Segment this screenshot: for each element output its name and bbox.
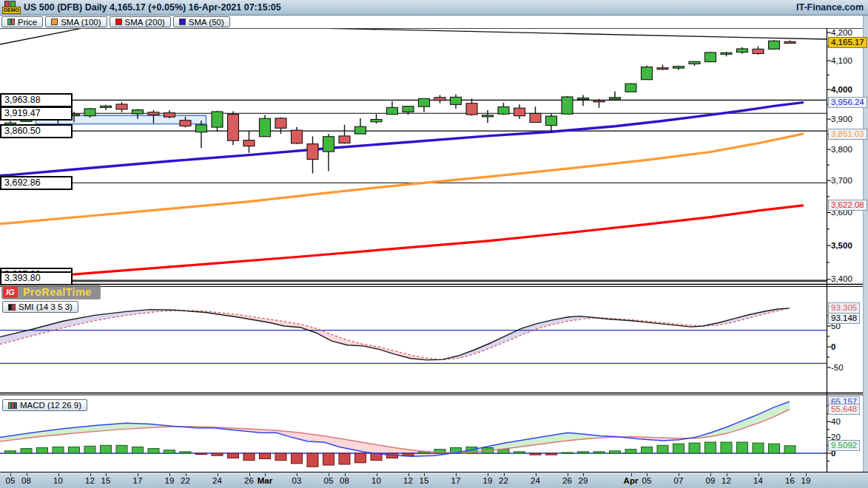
macd-hist-bar-up — [769, 444, 780, 453]
macd-hist-bar-down — [339, 453, 350, 464]
macd-hist-bar-down — [228, 453, 239, 458]
macd-hist-bar-up — [689, 443, 700, 453]
legend-label: SMA (100) — [61, 18, 101, 27]
candle-down — [593, 101, 605, 102]
candle-down — [275, 118, 286, 128]
candle-up — [673, 67, 684, 68]
candle-down — [292, 130, 303, 143]
candle-down — [339, 136, 350, 143]
macd-hist-bar-up — [705, 442, 716, 453]
macd-hist-bar-up — [610, 451, 621, 453]
macd-hist-bar-down — [546, 453, 557, 455]
price-level-label: 3,692.86 — [0, 176, 73, 190]
candle-up — [212, 112, 223, 127]
candlestick-series[interactable] — [5, 40, 796, 173]
macd-axis-tick-label: 40 — [831, 417, 841, 427]
price-pane — [0, 22, 827, 282]
macd-button-label: MACD (12 26 9) — [20, 401, 81, 410]
candle-up — [355, 126, 366, 134]
candle-up — [84, 109, 95, 116]
price-axis-tick-label: 3,700 — [831, 176, 852, 186]
candle-up — [498, 107, 509, 115]
macd-hist-bar-down — [212, 453, 223, 455]
macd-hist-bar-up — [784, 446, 795, 453]
header-bar: DEMO US 500 (DFB) Daily 4,165.17 (+0.05%… — [0, 0, 868, 16]
demo-account-badge: DEMO — [2, 1, 20, 15]
candle-up — [403, 106, 414, 112]
overlay-SMA (100) — [0, 134, 803, 224]
candle-up — [546, 116, 557, 126]
candle-up — [260, 118, 271, 136]
macd-hist-bar-up — [164, 450, 175, 453]
legend-item-sma200[interactable]: SMA (200) — [110, 16, 171, 27]
price-level-label: 3,860.50 — [0, 124, 73, 138]
macd-hist-bar-up — [721, 442, 732, 453]
price-axis-tick-label: 3,500 — [831, 241, 852, 251]
candle-up — [371, 119, 382, 121]
candle-up — [721, 52, 732, 54]
macd-hist-bar-up — [737, 442, 748, 453]
chart-canvas[interactable] — [0, 0, 868, 488]
candle-down — [434, 98, 445, 101]
macd-hist-bar-up — [84, 446, 95, 453]
candle-down — [466, 104, 477, 115]
legend-item-sma100[interactable]: SMA (100) — [45, 16, 107, 27]
candle-up — [642, 67, 653, 80]
candle-down — [657, 68, 668, 70]
macd-hist-bar-down — [403, 453, 414, 455]
macd-hist-bar-up — [69, 447, 80, 453]
candle-down — [243, 140, 255, 146]
smi-axis-tick-label: -50 — [831, 363, 844, 373]
macd-hist-bar-up — [642, 447, 653, 453]
price-axis-tick-label: 4,200 — [831, 28, 852, 38]
macd-hist-bar-up — [101, 445, 112, 453]
macd-hist-bar-up — [514, 452, 525, 453]
candle-up — [610, 98, 621, 99]
macd-indicator-button[interactable]: MACD (12 26 9) — [2, 399, 87, 411]
price-axis-tick-label: 3,400 — [831, 274, 852, 284]
macd-hist-bar-up — [21, 449, 32, 453]
candle-up — [625, 84, 636, 92]
macd-hist-bar-up — [593, 452, 605, 453]
price-axis-tick-label: 3,900 — [831, 115, 852, 124]
smi-axis-tick-label: 0 — [831, 342, 835, 352]
macd-hist-bar-down — [307, 453, 318, 467]
macd-hist-bar-up — [657, 445, 668, 453]
smi-indicator-button[interactable]: SMI (14 3 5 3) — [2, 301, 78, 313]
macd-swatch-icon — [8, 402, 17, 409]
macd-hist-bar-up — [753, 443, 764, 453]
legend-label: SMA (200) — [125, 18, 165, 27]
legend-item-sma50[interactable]: SMA (50) — [173, 16, 230, 27]
candle-up — [101, 106, 112, 107]
brand-link[interactable]: IT-Finance.com — [796, 2, 864, 13]
overlay-SMA (200) — [0, 206, 803, 280]
macd-hist-bar-up — [37, 448, 48, 453]
price-level-label: 3,393.80 — [0, 271, 73, 285]
legend-label: SMA (50) — [189, 18, 224, 27]
candle-up — [387, 107, 398, 114]
price-level-label: 3,963.88 — [0, 93, 73, 107]
macd-hist-bar-up — [180, 452, 191, 453]
candle-up — [705, 52, 716, 62]
macd-hist-bar-down — [260, 453, 271, 458]
macd-hist-bar-up — [53, 447, 64, 453]
candle-up — [737, 49, 748, 52]
candle-down — [148, 112, 159, 115]
axis-badge-macd-signal-value: 55.648 — [828, 404, 860, 415]
axis-badge-smi-main-value: 93.148 — [828, 313, 860, 324]
axis-badge-sma100-value: 3,851.03 — [828, 129, 867, 140]
candle-up — [689, 61, 700, 64]
candle-up — [562, 97, 573, 114]
candle-up — [482, 115, 494, 117]
price-axis-tick-label: 4,000 — [831, 85, 852, 95]
candle-down — [514, 108, 525, 115]
price-axis-tick-label: 4,100 — [831, 56, 852, 66]
macd-hist-bar-up — [148, 449, 159, 453]
candle-up — [578, 98, 589, 100]
macd-hist-bar-down — [323, 453, 334, 465]
macd-hist-bar-up — [116, 445, 127, 453]
candle-down — [164, 113, 175, 118]
smi-button-label: SMI (14 3 5 3) — [18, 302, 73, 311]
legend-label: Price — [18, 18, 37, 27]
legend-item-price[interactable]: Price — [1, 16, 43, 27]
